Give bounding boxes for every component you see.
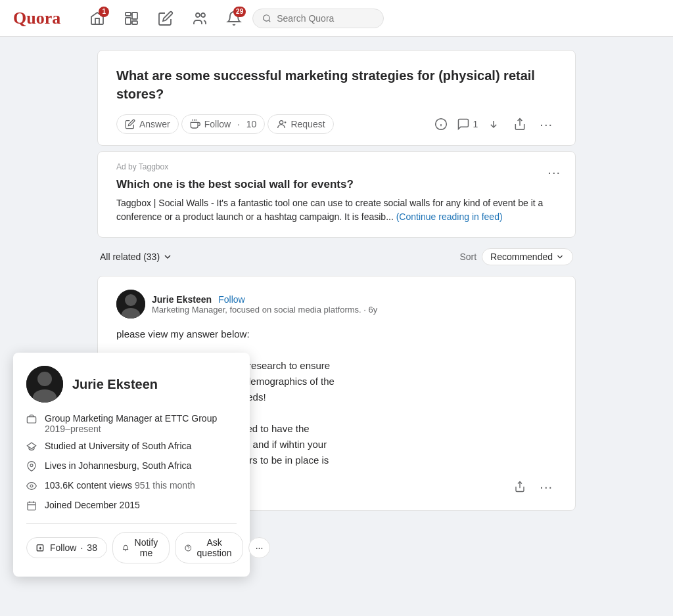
svg-rect-1	[126, 18, 131, 24]
question-title: What are some successful marketing strat…	[116, 66, 557, 103]
ad-title: Which one is the best social wall for ev…	[116, 178, 557, 191]
search-bar[interactable]	[252, 9, 384, 28]
popup-joined-text: Joined December 2015	[45, 500, 140, 510]
popup-views-row: 103.6K content views 951 this month	[26, 480, 237, 493]
sort-dropdown[interactable]: Recommended	[482, 248, 573, 265]
popup-avatar	[26, 366, 63, 403]
request-label: Request	[290, 119, 325, 129]
main-nav: 1 29	[81, 3, 660, 34]
popup-footer: Follow · 38 Notify me Ask question ···	[26, 523, 237, 524]
svg-point-4	[196, 13, 200, 17]
popup-joined-row: Joined December 2015	[26, 500, 237, 513]
graduation-icon	[26, 441, 38, 454]
ad-more-button[interactable]: ···	[544, 162, 565, 183]
eye-icon	[26, 481, 38, 493]
search-input[interactable]	[277, 13, 374, 24]
author-meta: Marketing Manager, focused on social med…	[152, 305, 557, 315]
author-name-row: Jurie Eksteen Follow	[152, 294, 557, 305]
downvote-button[interactable]	[483, 114, 504, 135]
sort-control: Sort Recommended	[459, 248, 573, 265]
answer-button[interactable]: Answer	[116, 114, 179, 134]
question-card: What are some successful marketing strat…	[97, 50, 576, 146]
svg-point-6	[264, 14, 269, 20]
profile-popup: Jurie Eksteen Group Marketing Manager at…	[13, 353, 250, 524]
ad-text: Taggbox | Social Walls - It's a fantasti…	[116, 196, 557, 224]
follow-count: 10	[246, 119, 257, 129]
briefcase-icon	[26, 414, 38, 426]
sort-chevron-icon	[555, 252, 565, 261]
popup-details: Group Marketing Manager at ETTC Group 20…	[26, 413, 237, 513]
nav-people[interactable]	[184, 3, 216, 34]
popup-views-text: 103.6K content views 951 this month	[45, 480, 195, 491]
svg-rect-2	[132, 12, 137, 19]
answer-icon	[125, 119, 135, 129]
answer-label: Answer	[139, 119, 170, 129]
request-button[interactable]: Request	[267, 114, 333, 134]
author-info: Jurie Eksteen Follow Marketing Manager, …	[152, 294, 557, 315]
question-right-actions: 1 ···	[430, 114, 557, 135]
popup-education-text: Studied at University of South Africa	[45, 441, 191, 451]
author-name[interactable]: Jurie Eksteen	[152, 294, 212, 305]
svg-point-5	[201, 13, 205, 17]
svg-point-20	[125, 294, 137, 306]
comment-count: 1	[473, 119, 478, 129]
svg-point-27	[30, 464, 33, 467]
follow-icon	[190, 119, 200, 129]
popup-name: Jurie Eksteen	[72, 377, 158, 392]
svg-point-11	[280, 121, 283, 124]
svg-point-28	[30, 485, 33, 487]
answer-more-button[interactable]: ···	[536, 477, 557, 497]
nav-write[interactable]	[150, 3, 181, 34]
ad-card: Ad by Taggbox Which one is the best soci…	[97, 151, 576, 238]
notifications-badge: 29	[233, 7, 246, 17]
ad-label: Ad by Taggbox	[116, 162, 557, 171]
popup-avatar-image	[26, 366, 63, 403]
info-button[interactable]	[430, 114, 452, 135]
ad-continue-link[interactable]: (Continue reading in feed)	[396, 211, 503, 222]
svg-rect-26	[27, 417, 35, 423]
calendar-icon	[26, 500, 38, 513]
svg-line-7	[269, 20, 271, 22]
popup-job-text: Group Marketing Manager at ETTC Group 20…	[45, 413, 237, 434]
share-icon	[514, 481, 526, 493]
nav-home[interactable]: 1	[81, 3, 113, 34]
question-actions: Answer Follow · 10 Request 1	[116, 114, 557, 135]
svg-point-24	[37, 372, 52, 386]
more-options-button[interactable]: ···	[536, 114, 557, 135]
svg-rect-29	[28, 502, 35, 510]
comment-button[interactable]: 1	[457, 114, 478, 135]
share-button[interactable]	[509, 114, 530, 135]
svg-rect-3	[132, 21, 137, 24]
answer-header: Jurie Eksteen Follow Marketing Manager, …	[116, 290, 557, 319]
all-related-button[interactable]: All related (33)	[100, 252, 173, 262]
quora-logo[interactable]: Quora	[13, 9, 60, 28]
avatar-image	[116, 290, 145, 319]
popup-location-text: Lives in Johannesburg, South Africa	[45, 460, 191, 471]
sort-value: Recommended	[490, 252, 553, 262]
answer-share-button[interactable]	[509, 476, 530, 497]
author-avatar[interactable]	[116, 290, 145, 319]
search-icon	[262, 13, 271, 24]
popup-education-row: Studied at University of South Africa	[26, 441, 237, 454]
chevron-down-icon	[162, 252, 173, 262]
home-badge: 1	[99, 7, 109, 17]
sort-label: Sort	[459, 252, 476, 262]
nav-spaces[interactable]	[116, 3, 147, 34]
nav-notifications[interactable]: 29	[218, 3, 250, 34]
follow-label: Follow	[204, 119, 231, 129]
all-related-label: All related (33)	[100, 252, 160, 262]
author-follow-button[interactable]: Follow	[218, 294, 244, 305]
popup-header: Jurie Eksteen	[26, 366, 237, 403]
request-icon	[276, 119, 287, 129]
popup-job-row: Group Marketing Manager at ETTC Group 20…	[26, 413, 237, 434]
follow-button[interactable]: Follow · 10	[181, 114, 266, 134]
sort-bar: All related (33) Sort Recommended	[97, 243, 576, 271]
location-icon	[26, 461, 38, 473]
popup-location-row: Lives in Johannesburg, South Africa	[26, 460, 237, 473]
svg-rect-0	[126, 12, 131, 16]
